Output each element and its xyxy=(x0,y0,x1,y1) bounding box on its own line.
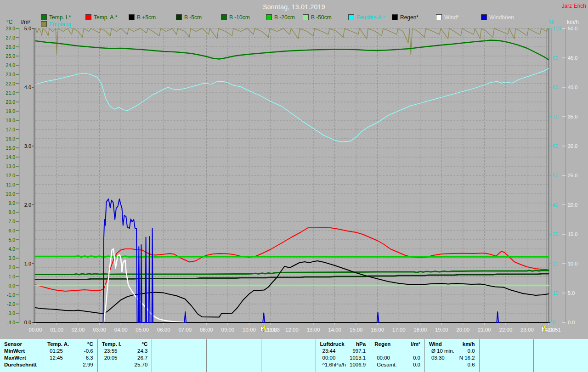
table-cell-value: 1006.9 xyxy=(350,361,366,368)
hour-tick-label: 19:00 xyxy=(435,327,448,333)
table-column-empty xyxy=(152,339,206,372)
celsius-tick-label: 11.0 xyxy=(6,182,15,187)
wind-tick-label: 25.0 xyxy=(568,173,577,178)
table-column-header: Temp. A. xyxy=(47,341,69,348)
table-cell-value: -0.6 xyxy=(84,348,93,355)
table-column-unit: °C xyxy=(141,341,147,348)
table-cell-value: 0.0 xyxy=(468,348,475,355)
hour-tick-label: 07:00 xyxy=(178,327,192,333)
celsius-tick-label: 3.0 xyxy=(8,255,15,261)
celsius-tick-label: 7.0 xyxy=(8,219,15,224)
table-cell-time: 23:55 xyxy=(104,348,118,355)
celsius-tick-label: 0.0 xyxy=(8,283,15,288)
celsius-tick-label: 18.0 xyxy=(6,118,16,123)
hour-tick-label: 17:00 xyxy=(392,327,406,333)
humidity-tick-label: 10 xyxy=(553,290,558,296)
humidity-tick-label: 90 xyxy=(553,55,558,61)
table-cell-time: 20:05 xyxy=(104,355,118,361)
plot-right-border-inner xyxy=(546,28,547,322)
rain-tick-label: 3.0 xyxy=(24,143,31,149)
rain-tick-label: 1.0 xyxy=(24,261,31,266)
wind-tick-label: 10.0 xyxy=(568,261,577,266)
rain-tick-label: 5.0 xyxy=(24,26,31,31)
wind-tick-label: 45.0 xyxy=(568,55,577,61)
humidity-tick-label: 30 xyxy=(553,231,558,237)
wind-tick-label: 35.0 xyxy=(568,114,577,119)
table-cell-time: 00:00 xyxy=(377,355,390,361)
hour-tick-label: 09:00 xyxy=(221,327,234,333)
humidity-tick-label: 80 xyxy=(553,85,558,90)
hour-tick-label: 20:00 xyxy=(456,327,469,333)
table-column-regen: Regenl/m²00:000.0Gesamt:0.0 xyxy=(370,339,424,372)
plot-left-border xyxy=(34,28,35,322)
humidity-tick-label: 70 xyxy=(553,114,558,119)
series-windboeen-line xyxy=(377,312,379,322)
table-column-unit: l/m² xyxy=(411,341,420,348)
celsius-tick-label: -1.0 xyxy=(7,292,15,298)
celsius-tick-label: 16.0 xyxy=(6,136,16,141)
table-cell-time: 00:00 xyxy=(322,355,336,361)
table-cell-time: 12:45 xyxy=(50,355,63,361)
table-column-unit: hPa xyxy=(356,341,366,348)
celsius-tick-label: 13.0 xyxy=(6,163,16,169)
table-cell-value: 997.1 xyxy=(352,348,366,355)
hour-tick-label: 03:00 xyxy=(93,327,106,333)
hour-tick-label: 08:00 xyxy=(200,327,213,333)
table-cell-time: Gesamt: xyxy=(377,361,396,368)
rain-tick-label: 2.0 xyxy=(24,202,31,208)
celsius-tick-label: 9.0 xyxy=(8,200,15,206)
wind-tick-label: 40.0 xyxy=(568,85,577,90)
wind-tick-label: 0.0 xyxy=(568,320,575,325)
celsius-tick-label: -2.0 xyxy=(7,301,15,307)
celsius-tick-label: 12.0 xyxy=(6,173,16,178)
hour-tick-label: 06:00 xyxy=(157,327,170,333)
celsius-tick-label: 17.0 xyxy=(6,127,16,132)
celsius-tick-label: 1.0 xyxy=(8,274,15,279)
celsius-tick-label: 22.0 xyxy=(6,81,16,86)
celsius-tick-label: 23.0 xyxy=(6,72,16,77)
celsius-tick-label: -3.0 xyxy=(7,310,15,316)
wind-tick-label: 30.0 xyxy=(568,143,577,149)
celsius-tick-label: 5.0 xyxy=(8,237,15,242)
table-cell-time: 03:30 xyxy=(431,355,445,361)
series-windboeen-line xyxy=(263,313,265,323)
hour-tick-label: 13:00 xyxy=(307,327,320,333)
celsius-tick-label: -4.0 xyxy=(7,320,15,325)
table-cell-value: N 16.2 xyxy=(459,355,475,361)
table-cell-value: 0.0 xyxy=(413,361,420,368)
series-b_minus20-line xyxy=(35,256,548,257)
table-cell-value: 2.99 xyxy=(83,361,93,368)
hour-tick-label: 18:00 xyxy=(413,327,427,333)
celsius-tick-label: 19.0 xyxy=(6,108,16,114)
table-column-header: Luftdruck xyxy=(320,341,345,348)
hour-tick-label: 10:00 xyxy=(243,327,256,333)
celsius-tick-label: 20.0 xyxy=(6,99,16,105)
axes xyxy=(16,28,565,325)
humidity-tick-label: 0 xyxy=(553,320,555,325)
table-cell-value: 26.7 xyxy=(137,355,147,361)
table-column-temp-a: Temp. A.°C01:25-0.612:456.32.99 xyxy=(43,339,97,372)
hour-tick-label: 23:00 xyxy=(520,327,534,333)
celsius-tick-label: 27.0 xyxy=(6,35,16,40)
table-column-unit: °C xyxy=(87,341,93,348)
humidity-tick-label: 40 xyxy=(553,202,558,208)
celsius-tick-label: 26.0 xyxy=(6,44,16,50)
hour-tick-label: 12:00 xyxy=(285,327,299,333)
table-cell-value: 24.3 xyxy=(137,348,147,355)
hour-tick-label: 14:00 xyxy=(328,327,341,333)
table-column-empty xyxy=(479,339,534,372)
table-row-label: Durchschnitt xyxy=(4,361,37,368)
rain-tick-label: 4.0 xyxy=(24,85,31,90)
table-column-header: Temp. I. xyxy=(102,341,122,348)
humidity-tick-label: 50 xyxy=(553,173,558,178)
wind-tick-label: 5.0 xyxy=(568,290,575,296)
humidity-tick-label: 20 xyxy=(553,261,558,266)
humidity-tick-label: 100 xyxy=(553,26,561,31)
statistics-table: SensorMinWertMaxWertDurchschnittTemp. A.… xyxy=(0,339,588,372)
celsius-tick-label: 8.0 xyxy=(8,209,15,215)
table-column-empty xyxy=(261,339,316,372)
hour-tick-label: 21:00 xyxy=(478,327,491,333)
hour-tick-label: 04:00 xyxy=(114,327,128,333)
table-column-unit: km/h xyxy=(463,341,475,348)
table-cell-time: 01:25 xyxy=(50,348,63,355)
